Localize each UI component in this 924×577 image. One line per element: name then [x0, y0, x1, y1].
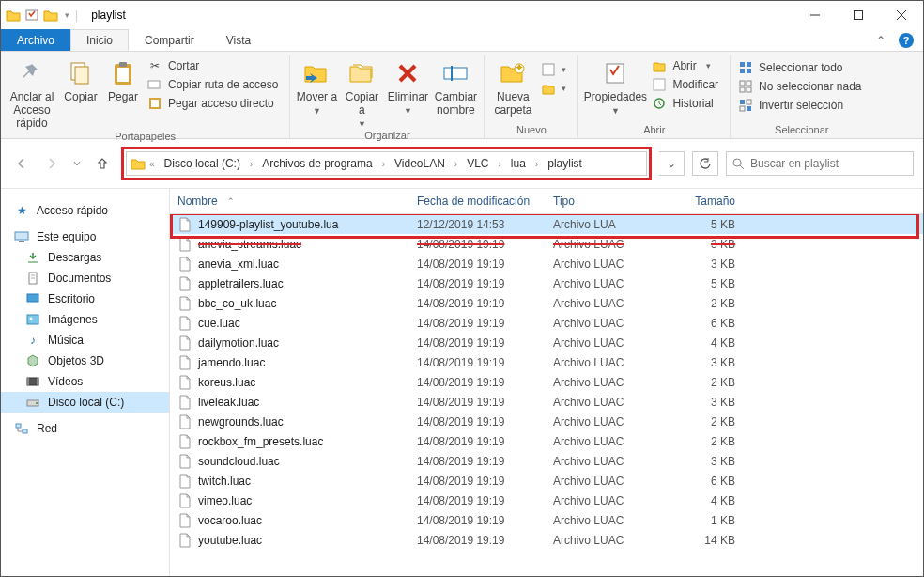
- refresh-button[interactable]: [692, 151, 718, 176]
- sidebar-item-local-disk[interactable]: Disco local (C:): [1, 392, 169, 413]
- properties-button[interactable]: Propiedades▼: [582, 55, 648, 116]
- qat-properties-icon[interactable]: [23, 8, 40, 23]
- search-input[interactable]: [750, 157, 907, 170]
- copy-path-button[interactable]: Copiar ruta de acceso: [146, 76, 280, 93]
- chevron-right-icon[interactable]: «: [147, 159, 157, 169]
- file-date: 14/08/2019 19:19: [409, 297, 546, 310]
- file-icon: [177, 513, 192, 528]
- column-date[interactable]: Fecha de modificación: [409, 193, 546, 210]
- address-highlight: « Disco local (C:)› Archivos de programa…: [121, 147, 652, 180]
- recent-locations-button[interactable]: [70, 152, 84, 175]
- column-size[interactable]: Tamaño: [668, 193, 743, 210]
- breadcrumb[interactable]: playlist: [542, 152, 588, 175]
- pin-quick-access-button[interactable]: Anclar al Acceso rápido: [5, 55, 59, 130]
- file-icon: [177, 217, 192, 232]
- table-row[interactable]: dailymotion.luac14/08/2019 19:19Archivo …: [170, 333, 923, 352]
- chevron-right-icon[interactable]: ›: [497, 159, 503, 169]
- table-row[interactable]: newgrounds.luac14/08/2019 19:19Archivo L…: [170, 412, 923, 431]
- address-bar-area: « Disco local (C:)› Archivos de programa…: [1, 139, 923, 188]
- select-none-button[interactable]: No seleccionar nada: [736, 78, 863, 95]
- chevron-right-icon[interactable]: ›: [248, 159, 254, 169]
- copy-button[interactable]: Copiar: [59, 55, 102, 104]
- sidebar-item-this-pc[interactable]: Este equipo: [1, 226, 169, 247]
- table-row[interactable]: appletrailers.luac14/08/2019 19:19Archiv…: [170, 273, 923, 293]
- chevron-right-icon[interactable]: ›: [533, 159, 540, 169]
- breadcrumb[interactable]: Archivos de programa: [256, 152, 377, 175]
- help-icon[interactable]: ?: [899, 33, 914, 48]
- table-row[interactable]: liveleak.luac14/08/2019 19:19Archivo LUA…: [170, 392, 923, 412]
- forward-button[interactable]: [40, 152, 63, 175]
- move-to-button[interactable]: Mover a▼: [294, 55, 339, 116]
- collapse-ribbon-icon[interactable]: ⌃: [876, 34, 886, 47]
- close-button[interactable]: [880, 1, 923, 29]
- sidebar-item-videos[interactable]: Vídeos: [1, 371, 169, 392]
- sidebar-item-documents[interactable]: Documentos: [1, 268, 169, 288]
- sidebar-item-quick-access[interactable]: ★Acceso rápido: [1, 200, 169, 221]
- new-item-button[interactable]: ▾: [539, 61, 568, 78]
- address-dropdown-icon[interactable]: ⌄: [659, 151, 685, 176]
- table-row[interactable]: youtube.luac14/08/2019 19:19Archivo LUAC…: [170, 530, 923, 550]
- sidebar-item-desktop[interactable]: Escritorio: [1, 288, 169, 309]
- breadcrumb[interactable]: VideoLAN: [389, 152, 451, 175]
- column-name[interactable]: Nombre⌃: [170, 193, 409, 210]
- table-row[interactable]: koreus.luac14/08/2019 19:19Archivo LUAC2…: [170, 372, 923, 392]
- copy-to-button[interactable]: Copiar a▼: [339, 55, 384, 129]
- select-none-icon: [738, 79, 753, 94]
- file-size: 5 KB: [668, 218, 743, 231]
- column-type[interactable]: Tipo: [546, 193, 668, 210]
- move-to-icon: [302, 57, 331, 89]
- table-row[interactable]: vocaroo.luac14/08/2019 19:19Archivo LUAC…: [170, 510, 923, 530]
- table-row[interactable]: anevia_streams.luac14/08/2019 19:19Archi…: [170, 234, 923, 254]
- sidebar-item-pictures[interactable]: Imágenes: [1, 309, 169, 330]
- tab-view[interactable]: Vista: [210, 29, 267, 51]
- table-row[interactable]: anevia_xml.luac14/08/2019 19:19Archivo L…: [170, 254, 923, 273]
- tab-share[interactable]: Compartir: [129, 29, 210, 51]
- qat-dropdown-icon[interactable]: ▾: [61, 10, 73, 20]
- table-row[interactable]: rockbox_fm_presets.luac14/08/2019 19:19A…: [170, 431, 923, 451]
- sidebar-item-network[interactable]: Red: [1, 418, 169, 439]
- tab-file[interactable]: Archivo: [1, 29, 70, 51]
- edit-button[interactable]: Modificar: [650, 76, 720, 93]
- back-button[interactable]: [10, 152, 33, 175]
- up-button[interactable]: [91, 152, 114, 175]
- delete-button[interactable]: Eliminar▼: [384, 55, 431, 116]
- breadcrumb[interactable]: Disco local (C:): [159, 152, 246, 175]
- search-box[interactable]: [726, 151, 914, 176]
- paste-shortcut-button[interactable]: Pegar acceso directo: [146, 95, 280, 112]
- open-button[interactable]: Abrir▾: [650, 57, 720, 74]
- svg-rect-15: [444, 68, 467, 79]
- tab-home[interactable]: Inicio: [70, 29, 129, 51]
- table-row[interactable]: jamendo.luac14/08/2019 19:19Archivo LUAC…: [170, 352, 923, 372]
- file-name: rockbox_fm_presets.luac: [198, 435, 323, 448]
- file-type: Archivo LUAC: [546, 415, 668, 429]
- svg-rect-23: [740, 62, 745, 67]
- breadcrumb[interactable]: VLC: [461, 152, 494, 175]
- sidebar-item-music[interactable]: ♪Música: [1, 330, 169, 351]
- table-row[interactable]: vimeo.luac14/08/2019 19:19Archivo LUAC4 …: [170, 491, 923, 510]
- table-row[interactable]: bbc_co_uk.luac14/08/2019 19:19Archivo LU…: [170, 293, 923, 313]
- table-row[interactable]: soundcloud.luac14/08/2019 19:19Archivo L…: [170, 451, 923, 471]
- sidebar-item-3d-objects[interactable]: Objetos 3D: [1, 351, 169, 371]
- minimize-button[interactable]: [793, 1, 837, 29]
- table-row[interactable]: cue.luac14/08/2019 19:19Archivo LUAC6 KB: [170, 313, 923, 333]
- paste-button[interactable]: Pegar: [102, 55, 144, 104]
- chevron-right-icon[interactable]: ›: [453, 159, 459, 169]
- svg-rect-26: [747, 69, 751, 73]
- file-size: 4 KB: [668, 336, 743, 350]
- file-icon: [177, 493, 192, 508]
- select-all-button[interactable]: Seleccionar todo: [736, 59, 863, 76]
- invert-selection-button[interactable]: Invertir selección: [736, 97, 863, 114]
- history-button[interactable]: Historial: [650, 95, 720, 112]
- table-row[interactable]: 149909-playlist_youtube.lua12/12/2019 14…: [170, 214, 923, 234]
- file-rows: 149909-playlist_youtube.lua12/12/2019 14…: [170, 214, 923, 576]
- breadcrumb[interactable]: lua: [505, 152, 531, 175]
- chevron-right-icon[interactable]: ›: [380, 159, 387, 169]
- sidebar-item-downloads[interactable]: Descargas: [1, 247, 169, 268]
- maximize-button[interactable]: [837, 1, 880, 29]
- table-row[interactable]: twitch.luac14/08/2019 19:19Archivo LUAC6…: [170, 471, 923, 491]
- new-folder-button[interactable]: ✦ Nueva carpeta: [488, 55, 537, 117]
- address-bar[interactable]: « Disco local (C:)› Archivos de programa…: [126, 151, 647, 176]
- cut-button[interactable]: ✂Cortar: [146, 57, 280, 74]
- rename-button[interactable]: Cambiar nombre: [431, 55, 480, 117]
- easy-access-button[interactable]: ▾: [539, 80, 568, 97]
